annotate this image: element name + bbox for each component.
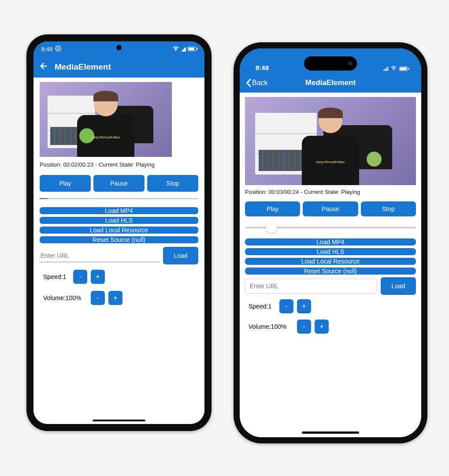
gear-icon [55, 45, 61, 53]
battery-icon [399, 67, 408, 71]
speed-plus-button[interactable]: + [297, 299, 311, 313]
android-screen: 8:48 MediaElement using Microsof [33, 41, 204, 424]
video-player[interactable]: using Microsoft.Maui; [245, 97, 416, 185]
slider-thumb[interactable] [266, 222, 277, 233]
battery-icon [188, 47, 197, 51]
ios-device-frame: 8:48 Back MediaElement using Microsoft.M… [234, 42, 427, 443]
home-indicator [302, 431, 359, 434]
dynamic-island [304, 56, 357, 71]
pause-button[interactable]: Pause [93, 175, 145, 192]
reset-source-button[interactable]: Reset Source (null) [245, 268, 416, 275]
load-hls-button[interactable]: Load HLS [245, 248, 416, 255]
volume-plus-button[interactable]: + [108, 291, 122, 305]
load-url-button[interactable]: Load [163, 247, 198, 264]
playback-status: Position: 00:02/00:23 - Current State: P… [40, 160, 198, 171]
play-button[interactable]: Play [245, 201, 300, 216]
volume-minus-button[interactable]: - [91, 291, 105, 305]
signal-icon [181, 47, 186, 52]
speed-control: Speed:1 - + [40, 268, 198, 286]
speed-control: Speed:1 - + [245, 298, 416, 315]
shirt-text: using Microsoft.Maui; [91, 136, 120, 139]
reset-source-button[interactable]: Reset Source (null) [40, 236, 198, 243]
svg-point-0 [58, 48, 59, 49]
url-input[interactable] [245, 279, 377, 294]
ios-content: using Microsoft.Maui; Position: 00:03/00… [240, 93, 421, 437]
seek-slider[interactable] [245, 221, 416, 234]
load-local-button[interactable]: Load Local Resource [245, 258, 416, 265]
playback-status: Position: 00:03/00:24 - Current State: P… [245, 188, 416, 199]
volume-control: Volume:100% - + [40, 289, 198, 307]
wifi-icon [390, 66, 397, 71]
android-front-camera [116, 45, 122, 50]
shirt-text: using Microsoft.Maui; [316, 160, 345, 164]
status-time: 8:48 [256, 64, 269, 71]
load-local-button[interactable]: Load Local Resource [40, 227, 198, 234]
load-url-button[interactable]: Load [381, 277, 416, 295]
seek-slider[interactable] [40, 198, 198, 199]
stop-button[interactable]: Stop [147, 175, 198, 192]
speed-minus-button[interactable]: - [73, 270, 87, 284]
speed-plus-button[interactable]: + [91, 270, 105, 284]
signal-icon [383, 67, 388, 71]
stop-button[interactable]: Stop [361, 201, 416, 216]
ios-nav-bar: Back MediaElement [240, 73, 421, 93]
load-hls-button[interactable]: Load HLS [40, 217, 198, 224]
back-arrow-icon[interactable] [39, 61, 48, 73]
load-mp4-button[interactable]: Load MP4 [40, 207, 198, 214]
android-nav-bar [93, 420, 145, 421]
android-device-frame: 8:48 MediaElement using Microsof [26, 34, 212, 431]
android-app-bar: MediaElement [33, 56, 204, 78]
volume-control: Volume:100% - + [245, 318, 416, 335]
pause-button[interactable]: Pause [303, 201, 358, 216]
speed-minus-button[interactable]: - [279, 299, 293, 313]
page-title: MediaElement [55, 62, 111, 72]
status-time: 8:48 [41, 46, 52, 52]
wifi-icon [172, 46, 179, 52]
play-button[interactable]: Play [40, 175, 91, 192]
back-button[interactable]: Back [246, 78, 268, 87]
volume-minus-button[interactable]: - [297, 320, 311, 334]
url-input[interactable] [40, 249, 160, 262]
ios-screen: 8:48 Back MediaElement using Microsoft.M… [240, 48, 421, 437]
page-title: MediaElement [305, 78, 356, 87]
video-player[interactable]: using Microsoft.Maui; [40, 82, 172, 157]
volume-plus-button[interactable]: + [315, 320, 329, 334]
back-label: Back [252, 79, 268, 87]
load-mp4-button[interactable]: Load MP4 [245, 238, 416, 245]
android-content: using Microsoft.Maui; Position: 00:02/00… [33, 78, 204, 424]
